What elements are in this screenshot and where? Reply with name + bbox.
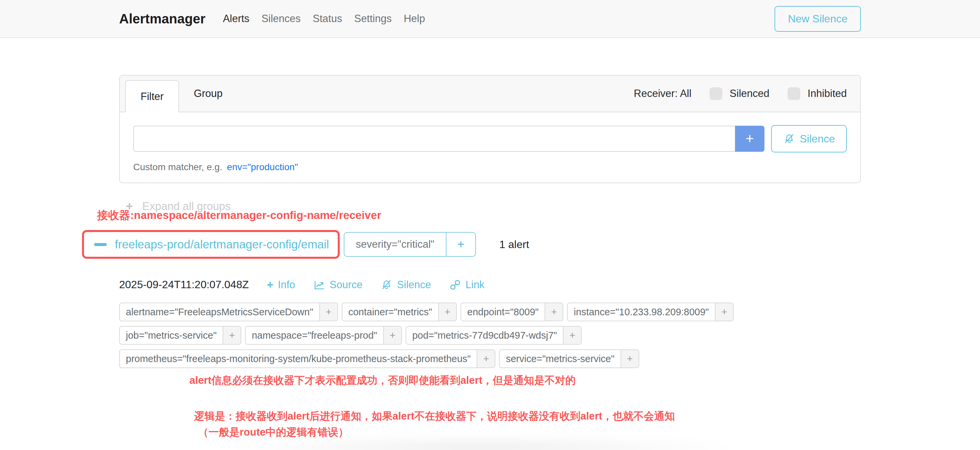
matcher-example-link[interactable]: env="production" (227, 162, 298, 172)
group-matcher-value: severity="critical" (344, 233, 446, 256)
add-filter-button[interactable]: + (438, 303, 456, 321)
alert-timestamp: 2025-09-24T11:20:07.048Z (119, 279, 249, 291)
alert-count: 1 alert (500, 238, 529, 251)
label-chip-text: pod="metrics-77d9cdb497-wdsj7" (406, 326, 563, 344)
add-filter-button[interactable]: + (563, 326, 581, 344)
bell-slash-icon (380, 279, 393, 291)
alert-info-label: Info (278, 279, 295, 291)
label-chip-text: namespace="freeleaps-prod" (246, 326, 383, 344)
group-matcher-chip: severity="critical" + (344, 232, 476, 257)
nav-link-settings[interactable]: Settings (354, 13, 391, 25)
add-filter-button[interactable]: + (223, 326, 241, 344)
silence-button-label: Silence (800, 133, 835, 145)
label-chip-text: instance="10.233.98.209:8009" (568, 303, 715, 321)
annotation-logic-line1: 逻辑是：接收器收到alert后进行通知，如果alert不在接收器下，说明接收器没… (194, 408, 861, 424)
alert-info-link[interactable]: + Info (267, 278, 295, 291)
silence-from-filter-button[interactable]: Silence (771, 125, 847, 152)
silenced-filter[interactable]: Silenced (710, 87, 770, 100)
nav-link-help[interactable]: Help (404, 13, 425, 25)
label-chip: pod="metrics-77d9cdb497-wdsj7" + (406, 326, 582, 345)
alert-group-row: freeleaps-prod/alertmanager-config/email… (82, 230, 861, 259)
alert-permalink[interactable]: Link (449, 279, 485, 291)
chart-line-icon (313, 279, 325, 291)
silenced-checkbox[interactable] (710, 87, 722, 100)
matcher-hint-text: Custom matcher, e.g. (133, 162, 222, 172)
label-chip: container="metrics" + (342, 303, 457, 321)
label-chip-text: container="metrics" (342, 303, 438, 321)
matcher-input[interactable] (133, 126, 735, 152)
receiver-filter[interactable]: Receiver: All (634, 87, 692, 100)
label-chip-text: service="metrics-service" (500, 350, 620, 368)
inhibited-checkbox[interactable] (788, 87, 800, 100)
inhibited-label: Inhibited (808, 87, 847, 100)
top-navbar: Alertmanager Alerts Silences Status Sett… (0, 0, 980, 38)
label-chip: service="metrics-service" + (499, 349, 639, 368)
annotation-highlight-box: freeleaps-prod/alertmanager-config/email (82, 230, 340, 259)
nav-link-alerts[interactable]: Alerts (223, 13, 249, 25)
alert-silence-link[interactable]: Silence (380, 279, 431, 291)
inhibited-filter[interactable]: Inhibited (788, 87, 847, 100)
bell-slash-icon (783, 133, 795, 145)
annotation-alert-note: alert信息必须在接收器下才表示配置成功，否则即使能看到alert，但是通知是… (189, 374, 861, 388)
label-chip-text: job="metrics-service" (120, 326, 223, 344)
label-chip: instance="10.233.98.209:8009" + (567, 303, 733, 321)
add-filter-button[interactable]: + (544, 303, 563, 321)
collapse-group-icon[interactable] (94, 243, 107, 246)
label-chip: alertname="FreeleapsMetricsServiceDown" … (119, 303, 338, 321)
label-chip: job="metrics-service" + (119, 326, 241, 345)
bottom-shadow (214, 436, 750, 450)
add-matcher-button[interactable]: + (735, 126, 764, 152)
filter-card-body: + Silence Custom matcher, e.g.env="produ… (120, 112, 860, 182)
label-chip-text: prometheus="freeleaps-monitoring-system/… (120, 350, 477, 368)
label-chip: namespace="freeleaps-prod" + (245, 326, 402, 345)
label-chip: prometheus="freeleaps-monitoring-system/… (119, 349, 495, 368)
add-group-matcher-button[interactable]: + (446, 233, 475, 256)
add-filter-button[interactable]: + (383, 326, 401, 344)
plus-icon: + (267, 278, 274, 291)
add-filter-button[interactable]: + (319, 303, 337, 321)
alert-silence-label: Silence (397, 279, 431, 291)
nav-link-silences[interactable]: Silences (261, 13, 301, 25)
new-silence-button[interactable]: New Silence (775, 6, 861, 32)
add-filter-button[interactable]: + (477, 350, 495, 368)
label-chip-text: alertname="FreeleapsMetricsServiceDown" (120, 303, 319, 321)
link-icon (449, 279, 461, 291)
tab-group[interactable]: Group (179, 87, 237, 100)
alert-source-label: Source (330, 279, 363, 291)
silenced-label: Silenced (730, 87, 770, 100)
alert-link-label: Link (466, 279, 485, 291)
nav-link-status[interactable]: Status (313, 13, 342, 25)
label-chip: endpoint="8009" + (461, 303, 563, 321)
alert-meta-row: 2025-09-24T11:20:07.048Z + Info Source S… (119, 278, 861, 291)
filter-card: Filter Group Receiver: All Silenced Inhi… (119, 75, 861, 183)
annotation-receiver-note: 接收器:namespace/altermanager-config-name/r… (97, 208, 381, 223)
alert-labels: alertname="FreeleapsMetricsServiceDown" … (119, 303, 861, 368)
group-receiver-link[interactable]: freeleaps-prod/alertmanager-config/email (115, 238, 329, 251)
add-filter-button[interactable]: + (715, 303, 733, 321)
annotation-logic-note: 逻辑是：接收器收到alert后进行通知，如果alert不在接收器下，说明接收器没… (194, 408, 861, 440)
filter-card-header: Filter Group Receiver: All Silenced Inhi… (120, 76, 860, 112)
alert-source-link[interactable]: Source (313, 279, 363, 291)
tab-filter[interactable]: Filter (125, 80, 179, 112)
label-chip-text: endpoint="8009" (461, 303, 544, 321)
add-filter-button[interactable]: + (620, 350, 639, 368)
app-brand[interactable]: Alertmanager (119, 11, 205, 26)
